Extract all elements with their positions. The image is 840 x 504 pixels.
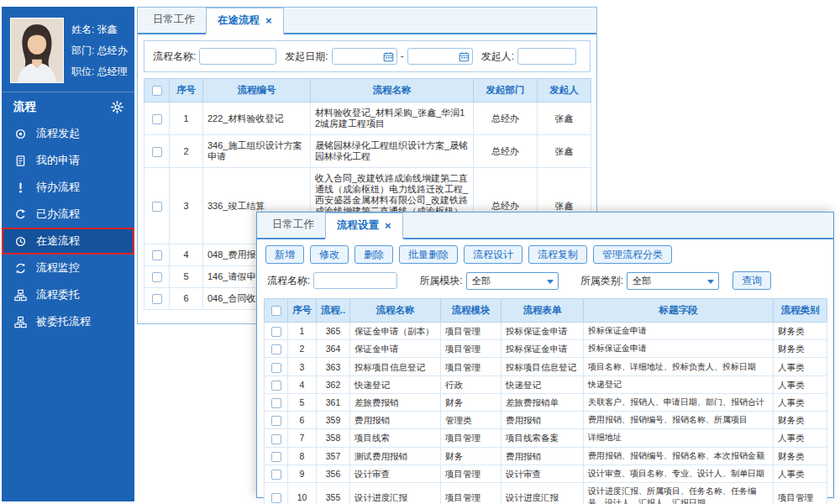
table-row[interactable]: 9 356 设计审查 项目管理 设计审查 设计审查、项目名称、专业、设计人、制单…	[265, 465, 827, 482]
sidebar-item-label: 流程委托	[36, 287, 80, 302]
table-row[interactable]: 5 361 差旅费报销 财务 差旅费报销单 关联客户、报销人、申请日期、部门、报…	[265, 393, 827, 411]
col-header-category: 流程类别	[774, 299, 827, 323]
table-row[interactable]: 1 222_材料验收登记 材料验收登记_材料采购_张鑫_华润12城房建工程项目 …	[144, 102, 591, 135]
batch-delete-button[interactable]: 批量删除	[399, 245, 458, 264]
add-button[interactable]: 新增	[265, 245, 304, 264]
select-all-checkbox[interactable]	[271, 306, 281, 316]
sidebar-section-label: 流程	[13, 99, 36, 114]
row-checkbox[interactable]	[271, 452, 281, 462]
row-checkbox[interactable]	[271, 398, 281, 408]
table-row[interactable]: 4 362 快递登记 行政 快递登记 快递登记 人事类	[265, 375, 827, 393]
tab-in-transit[interactable]: 在途流程 ×	[206, 8, 284, 34]
tab-process-settings[interactable]: 流程设置 ×	[325, 213, 403, 239]
category-select[interactable]: 全部	[627, 272, 719, 290]
row-checkbox[interactable]	[271, 327, 281, 337]
cell-no: 10	[288, 482, 317, 504]
cell-process-name: 投标项目信息登记	[350, 358, 441, 375]
tab-daily-work[interactable]: 日常工作	[261, 213, 325, 238]
date-separator: -	[401, 50, 404, 62]
row-checkbox[interactable]	[271, 416, 281, 426]
row-checkbox[interactable]	[271, 470, 281, 480]
process-copy-button[interactable]: 流程复制	[528, 245, 587, 264]
module-select-value: 全部	[472, 275, 491, 287]
cell-user: 张鑫	[538, 135, 591, 168]
row-checkbox[interactable]	[152, 114, 162, 124]
cell-no: 8	[288, 447, 317, 465]
cell-process-name: 材料验收登记_材料采购_张鑫_华润12城房建工程项目	[311, 102, 474, 135]
calendar-icon[interactable]	[383, 51, 394, 62]
sidebar-item-label: 流程发起	[36, 126, 80, 141]
table-row[interactable]: 2 364 保证金申请 项目管理 投标保证金申请 投标保证金申请 财务类	[265, 340, 827, 358]
row-checkbox[interactable]	[152, 294, 162, 304]
row-checkbox[interactable]	[271, 363, 281, 373]
cell-user: 张鑫	[538, 102, 591, 135]
tab-close-icon[interactable]: ×	[385, 222, 391, 230]
row-checkbox[interactable]	[271, 381, 281, 391]
row-checkbox[interactable]	[152, 250, 162, 260]
tab-label: 流程设置	[337, 218, 379, 233]
sidebar-item-in-transit-processes[interactable]: 在途流程	[2, 228, 134, 255]
tab-close-icon[interactable]: ×	[265, 17, 272, 25]
chevron-down-icon	[547, 280, 554, 284]
process-name-input[interactable]	[313, 272, 397, 289]
col-header-no: 序号	[288, 299, 317, 323]
row-checkbox[interactable]	[152, 147, 162, 157]
chevron-down-icon	[707, 280, 714, 284]
table-row[interactable]: 10 355 设计进度汇报 项目管理 设计进度汇报 设计进度汇报、所属项目、任务…	[265, 482, 827, 504]
gear-icon[interactable]	[111, 101, 123, 113]
cell-form: 费用报销	[501, 447, 584, 465]
row-checkbox[interactable]	[271, 344, 281, 354]
sidebar-item-my-applications[interactable]: 我的申请	[2, 147, 134, 174]
broadcast-icon	[14, 128, 27, 140]
cell-process-name: 设计进度汇报	[350, 482, 441, 504]
app-screen: 姓名: 张鑫 部门: 总经办 职位: 总经理 流程 流程发起	[0, 0, 840, 504]
cell-process-id: 363	[317, 358, 350, 375]
sidebar-item-process-start[interactable]: 流程发起	[2, 120, 134, 147]
sidebar-item-label: 待办流程	[36, 180, 80, 195]
sidebar: 姓名: 张鑫 部门: 总经办 职位: 总经理 流程 流程发起	[2, 7, 134, 501]
process-name-input[interactable]	[199, 48, 276, 65]
cell-process-name: 差旅费报销	[350, 393, 441, 411]
avatar	[10, 18, 64, 83]
tab-daily-work[interactable]: 日常工作	[142, 8, 206, 33]
initiator-input[interactable]	[517, 48, 576, 65]
win2-toolbar: 新增 修改 删除 批量删除 流程设计 流程复制 管理流程分类	[257, 239, 833, 268]
delete-button[interactable]: 删除	[354, 245, 393, 264]
col-header-form: 流程表单	[501, 299, 584, 323]
col-header-fields: 标题字段	[584, 299, 774, 323]
sidebar-item-delegated-processes[interactable]: 被委托流程	[2, 308, 134, 335]
table-row[interactable]: 7 358 项目线索 项目管理 项目线索备案 详细地址 人事类	[265, 429, 827, 447]
row-checkbox[interactable]	[271, 434, 281, 444]
cell-process-id: 362	[317, 375, 350, 393]
row-checkbox[interactable]	[152, 272, 162, 282]
row-checkbox[interactable]	[271, 493, 281, 503]
sidebar-item-done-processes[interactable]: 已办流程	[2, 201, 134, 228]
category-select-value: 全部	[633, 275, 651, 287]
sidebar-item-process-delegation[interactable]: 流程委托	[2, 281, 134, 308]
table-row[interactable]: 2 346_施工组织设计方案申请 晟铭园林绿化工程组织设计方案_晟铭园林绿化工程…	[144, 135, 591, 168]
sidebar-section-header: 流程	[2, 92, 134, 120]
cell-process-name: 晟铭园林绿化工程组织设计方案_晟铭园林绿化工程	[311, 135, 474, 168]
sidebar-item-pending-processes[interactable]: 待办流程	[2, 174, 134, 201]
table-row[interactable]: 3 363 投标项目信息登记 项目管理 投标项目信息登记 项目名称、详细地址、投…	[265, 358, 827, 375]
module-select[interactable]: 全部	[466, 272, 559, 290]
cell-process-name: 快递登记	[350, 375, 441, 393]
select-all-checkbox[interactable]	[152, 86, 162, 96]
manage-category-button[interactable]: 管理流程分类	[593, 245, 672, 264]
table-row[interactable]: 8 357 测试费用报销 财务 费用报销 费用报销、报销编号、报销名称、本次报销…	[265, 447, 827, 465]
table-row[interactable]: 1 365 保证金申请（副本） 项目管理 投标保证金申请 投标保证金申请 财务类	[265, 323, 827, 340]
process-design-button[interactable]: 流程设计	[464, 245, 522, 264]
calendar-icon[interactable]	[459, 51, 470, 62]
document-icon	[14, 155, 27, 167]
user-profile: 姓名: 张鑫 部门: 总经办 职位: 总经理	[2, 7, 134, 92]
avatar-portrait-image	[11, 18, 63, 82]
search-button[interactable]: 查询	[732, 271, 771, 290]
cell-no: 6	[288, 412, 317, 429]
row-checkbox[interactable]	[152, 202, 162, 212]
table-row[interactable]: 6 359 费用报销 管理类 费用报销 费用报销、报销编号、报销名称、所属项目 …	[265, 412, 827, 429]
table-header-row: 序号 流程.. 流程名称 流程模块 流程表单 标题字段 流程类别	[265, 299, 827, 323]
edit-button[interactable]: 修改	[310, 245, 349, 264]
cell-category: 人事类	[774, 358, 827, 375]
start-date-to	[407, 48, 473, 65]
sidebar-item-process-monitor[interactable]: 流程监控	[2, 255, 134, 281]
